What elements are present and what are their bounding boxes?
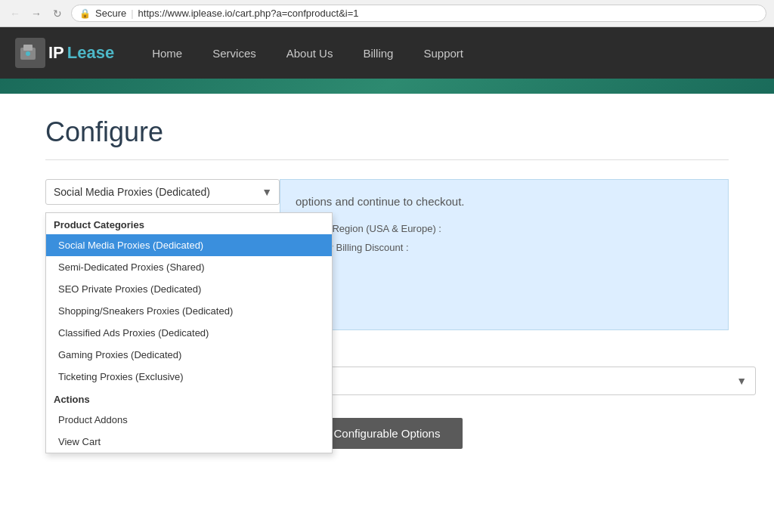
dropdown-item-classified[interactable]: Classified Ads Proxies (Dedicated) <box>46 322 332 344</box>
dropdown-item-view-cart[interactable]: View Cart <box>46 431 332 453</box>
secure-label: Secure <box>95 8 126 19</box>
form-row-region: Choose Region (USA & Europe) : <box>296 223 713 234</box>
browser-bar: ← → ↻ 🔒 Secure | https://www.iplease.io/… <box>0 0 774 27</box>
instruction-text: options and continue to checkout. <box>296 195 713 208</box>
instruction-text-content: options and continue to checkout. <box>296 195 465 208</box>
dropdown-item-ticketing[interactable]: Ticketing Proxies (Exclusive) <box>46 366 332 388</box>
dropdown-item-shopping[interactable]: Shopping/Sneakers Proxies (Dedicated) <box>46 300 332 322</box>
main-content: Configure Social Media Proxies (Dedicate… <box>0 94 774 494</box>
form-row-discount: Annually Billing Discount : <box>296 242 713 253</box>
configurable-options-button[interactable]: Configurable Options <box>311 418 463 449</box>
url-separator: | <box>131 8 133 19</box>
logo-text-lease: Lease <box>67 43 114 63</box>
dropdown-item-semi-dedicated[interactable]: Semi-Dedicated Proxies (Shared) <box>46 256 332 278</box>
dropdown-menu: Product Categories Social Media Proxies … <box>45 212 333 453</box>
svg-rect-1 <box>23 45 33 51</box>
nav-item-billing[interactable]: Billing <box>348 27 408 79</box>
logo-icon <box>15 38 45 68</box>
nav-item-services[interactable]: Services <box>197 27 271 79</box>
nav-items: Home Services About Us Billing Support <box>137 27 478 79</box>
url-text: https://www.iplease.io/cart.php?a=confpr… <box>138 8 359 19</box>
dropdown-item-social-media[interactable]: Social Media Proxies (Dedicated) <box>46 234 332 256</box>
logo-text-ip: IP <box>48 43 64 63</box>
product-category-select[interactable]: Social Media Proxies (Dedicated) Semi-De… <box>45 179 280 205</box>
configure-select-container: Social Media Proxies (Dedicated) Semi-De… <box>45 179 280 212</box>
address-bar[interactable]: 🔒 Secure | https://www.iplease.io/cart.p… <box>71 5 766 22</box>
right-panel: options and continue to checkout. Choose… <box>280 179 729 330</box>
configure-select-wrapper: Social Media Proxies (Dedicated) Semi-De… <box>45 179 280 205</box>
forward-button[interactable]: → <box>29 6 44 21</box>
back-button[interactable]: ← <box>8 6 23 21</box>
dropdown-item-product-addons[interactable]: Product Addons <box>46 409 332 431</box>
divider <box>45 159 729 160</box>
svg-point-2 <box>26 51 30 56</box>
nav-item-about[interactable]: About Us <box>271 27 348 79</box>
dropdown-actions-header: Actions <box>46 388 332 409</box>
nav-item-support[interactable]: Support <box>408 27 478 79</box>
dropdown-categories-header: Product Categories <box>46 213 332 234</box>
dropdown-item-gaming[interactable]: Gaming Proxies (Dedicated) <box>46 344 332 366</box>
dropdown-item-seo[interactable]: SEO Private Proxies (Dedicated) <box>46 278 332 300</box>
page-hero <box>0 79 774 94</box>
lock-icon: 🔒 <box>79 8 91 19</box>
nav-item-home[interactable]: Home <box>137 27 197 79</box>
refresh-button[interactable]: ↻ <box>50 6 65 21</box>
logo[interactable]: IPLease <box>15 38 114 68</box>
navbar: IPLease Home Services About Us Billing S… <box>0 27 774 79</box>
page-title: Configure <box>45 116 729 148</box>
